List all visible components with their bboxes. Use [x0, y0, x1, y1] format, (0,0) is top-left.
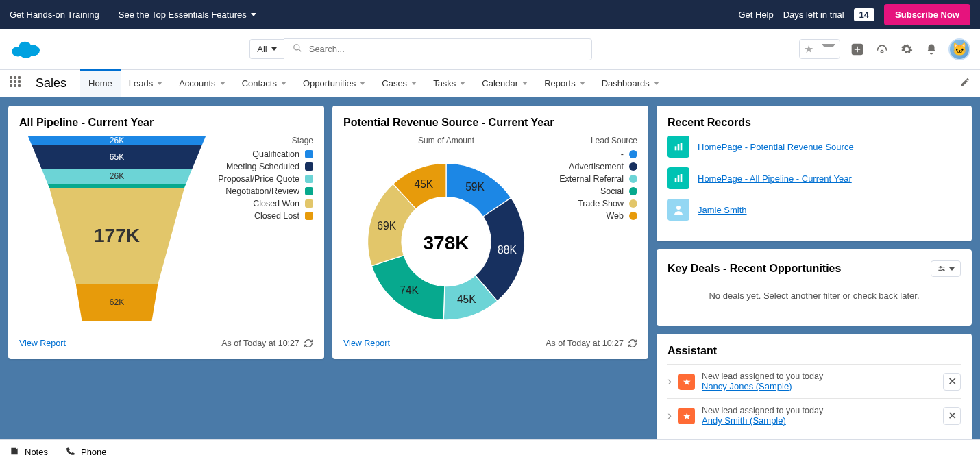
utility-phone[interactable]: Phone	[66, 446, 107, 458]
nav-tab-accounts[interactable]: Accounts	[171, 70, 233, 97]
nav-tab-calendar[interactable]: Calendar	[474, 70, 536, 97]
as-of-label: As of Today at 10:27	[546, 339, 624, 348]
app-name: Sales	[36, 76, 66, 90]
svg-rect-11	[675, 178, 677, 182]
link-get-training[interactable]: Get Hands-on Training	[10, 10, 99, 20]
legend-title: Stage	[215, 136, 313, 145]
recent-record-link[interactable]: HomePage - Potential Revenue Source	[698, 142, 854, 152]
favorites-dropdown[interactable]: ★	[799, 39, 840, 59]
legend-swatch	[305, 150, 313, 158]
chevron-down-icon	[654, 82, 659, 85]
donut-slice-label: 74K	[400, 284, 419, 296]
refresh-icon[interactable]	[304, 339, 313, 348]
svg-point-17	[940, 267, 941, 268]
recent-record-link[interactable]: HomePage - All Pipeline - Current Year	[698, 173, 852, 184]
refresh-icon[interactable]	[628, 339, 637, 348]
legend-label: Closed Lost	[254, 211, 299, 221]
nav-tab-tasks[interactable]: Tasks	[425, 70, 474, 97]
assistant-message: New lead assigned to you today	[702, 371, 936, 381]
trial-days-label: Days left in trial	[783, 10, 844, 20]
svg-line-5	[298, 49, 301, 51]
funnel-segment: 62K	[76, 284, 158, 321]
funnel-value: 177K	[94, 225, 140, 247]
app-launcher-icon[interactable]	[10, 76, 25, 91]
funnel-segment: 26K	[42, 169, 193, 184]
legend-item: Proposal/Price Quote	[215, 174, 313, 184]
legend-label: Web	[607, 211, 624, 221]
utility-bar: Notes Phone	[0, 439, 980, 464]
legend-label: Closed Won	[253, 199, 299, 208]
donut-center-value: 378K	[424, 232, 469, 254]
nav-tab-reports[interactable]: Reports	[536, 70, 593, 97]
view-report-link[interactable]: View Report	[19, 339, 66, 348]
card-title: Potential Revenue Source - Current Year	[343, 117, 637, 129]
user-avatar[interactable]: 🐱	[948, 38, 970, 60]
nav-tab-home[interactable]: Home	[80, 70, 121, 97]
link-essentials-features[interactable]: See the Top Essentials Features	[119, 10, 256, 20]
link-get-help[interactable]: Get Help	[738, 10, 773, 20]
subscribe-button[interactable]: Subscribe Now	[884, 4, 970, 25]
nav-tab-label: Leads	[129, 78, 153, 88]
chevron-down-icon	[157, 82, 162, 85]
donut-slice-label: 59K	[465, 181, 485, 193]
assistant-lead-link[interactable]: Andy Smith (Sample)	[702, 415, 786, 426]
nav-tab-label: Cases	[382, 78, 407, 88]
deals-empty-text: No deals yet. Select another filter or c…	[667, 277, 961, 315]
search-icon	[293, 43, 302, 56]
donut-slice-label: 69K	[377, 220, 396, 232]
funnel-segment: 177K	[49, 188, 184, 284]
svg-rect-8	[675, 146, 677, 150]
trial-banner: Get Hands-on Training See the Top Essent…	[0, 0, 980, 29]
notifications-bell-icon[interactable]	[924, 42, 939, 57]
edit-nav-icon[interactable]	[959, 77, 970, 90]
chevron-right-icon[interactable]: ›	[667, 408, 672, 423]
filter-dropdown[interactable]	[931, 260, 961, 277]
donut-chart: Sum of Amount 59K88K45K74K69K45K 378K	[343, 136, 549, 332]
nav-tab-opportunities[interactable]: Opportunities	[295, 70, 373, 97]
svg-point-18	[942, 269, 944, 271]
card-assistant: Assistant ›★New lead assigned to you tod…	[657, 334, 972, 443]
salesforce-help-icon[interactable]	[874, 42, 890, 57]
chevron-down-icon	[460, 82, 465, 85]
assistant-message: New lead assigned to you today	[702, 406, 936, 415]
card-title: All Pipeline - Current Year	[19, 117, 313, 129]
nav-tab-dashboards[interactable]: Dashboards	[593, 70, 667, 97]
assistant-lead-link[interactable]: Nancy Jones (Sample)	[702, 381, 792, 391]
svg-point-14	[676, 206, 681, 210]
svg-rect-13	[681, 174, 683, 182]
notes-icon	[10, 446, 19, 458]
nav-tab-leads[interactable]: Leads	[121, 70, 171, 97]
donut-slice-label: 88K	[498, 244, 517, 256]
dismiss-button[interactable]: ✕	[943, 373, 961, 391]
recent-record-link[interactable]: Jamie Smith	[698, 205, 747, 215]
nav-tab-label: Accounts	[179, 78, 215, 88]
chevron-down-icon	[949, 267, 955, 271]
legend-swatch	[629, 187, 637, 195]
legend-item: External Referral	[549, 174, 637, 184]
legend-item: Closed Lost	[215, 211, 313, 221]
nav-tab-label: Tasks	[433, 78, 456, 88]
nav-tab-contacts[interactable]: Contacts	[234, 70, 295, 97]
donut-slice-label: 45K	[415, 178, 434, 190]
recent-record-item: HomePage - All Pipeline - Current Year	[667, 167, 961, 189]
view-report-link[interactable]: View Report	[343, 339, 390, 348]
recent-record-item: Jamie Smith	[667, 199, 961, 221]
chevron-down-icon	[220, 82, 225, 85]
legend-item: Web	[549, 211, 637, 221]
chevron-down-icon	[522, 82, 528, 85]
search-scope-dropdown[interactable]: All	[249, 39, 283, 59]
nav-tab-cases[interactable]: Cases	[373, 70, 425, 97]
dismiss-button[interactable]: ✕	[943, 407, 961, 425]
setup-gear-icon[interactable]	[899, 42, 914, 57]
legend-item: Closed Won	[215, 199, 313, 208]
salesforce-logo[interactable]	[10, 38, 42, 61]
search-input[interactable]	[309, 44, 583, 54]
donut-slice-label: 45K	[457, 293, 476, 305]
object-nav: Sales HomeLeadsAccountsContactsOpportuni…	[0, 70, 980, 97]
chevron-right-icon[interactable]: ›	[667, 374, 672, 389]
add-icon[interactable]	[850, 42, 865, 57]
utility-notes[interactable]: Notes	[10, 446, 48, 458]
chevron-down-icon	[411, 82, 417, 85]
legend-item: Trade Show	[549, 199, 637, 208]
nav-tab-label: Dashboards	[602, 78, 650, 88]
